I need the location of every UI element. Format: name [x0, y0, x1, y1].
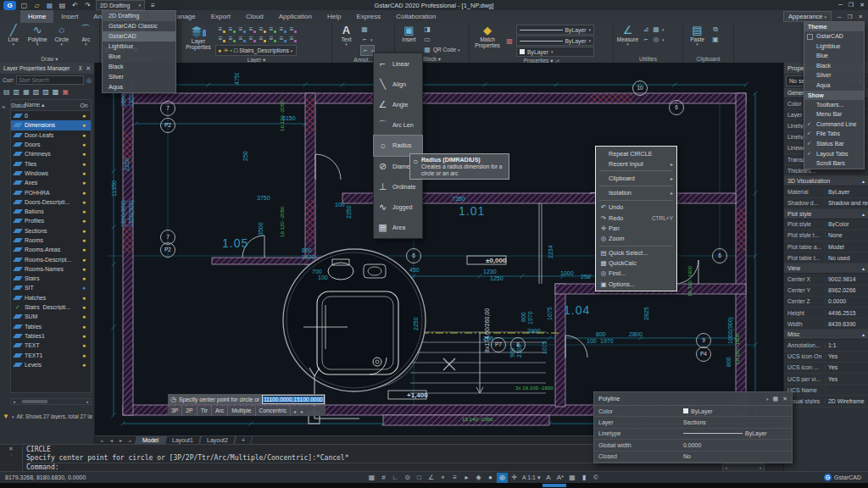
bulb-icon[interactable]: ●: [82, 304, 86, 310]
annotation-scale-chip[interactable]: A 1:1 ▾: [520, 474, 542, 481]
layer-row-hatches[interactable]: Hatches●: [11, 293, 91, 302]
layer-row-rooms-areas[interactable]: Rooms-Areas●: [11, 245, 91, 254]
layer-tool-icon[interactable]: ≡: [236, 34, 246, 43]
tab-application[interactable]: Application: [271, 10, 320, 23]
tab-cloud[interactable]: Cloud: [238, 10, 271, 23]
layer-row-text[interactable]: TEXT●: [11, 341, 91, 350]
dyn-option-multiple[interactable]: Multiple: [228, 406, 255, 416]
isolate-icon[interactable]: ●: [485, 473, 496, 483]
dyn-input-icon[interactable]: ⌖: [437, 473, 448, 483]
layer-tool-1-icon[interactable]: ▥: [14, 88, 20, 96]
id-point-icon[interactable]: ⌐: [642, 36, 650, 43]
close-icon[interactable]: ✕: [86, 65, 91, 72]
popup-row-linetype[interactable]: LinetypeByLayer: [594, 429, 792, 440]
cut-icon[interactable]: ⧉: [711, 25, 720, 34]
circle-button[interactable]: ○Circle▾: [51, 25, 73, 55]
layer-tool-icon[interactable]: ≡: [236, 25, 246, 34]
property-row-visual-styles[interactable]: Visual styles2D Wireframe: [784, 396, 868, 407]
layer-row-dimensions[interactable]: Dimensions●: [11, 120, 91, 130]
context-item-isolation[interactable]: Isolation▸: [596, 188, 676, 198]
layer-tool-icon[interactable]: ≡: [276, 25, 287, 34]
layer-row-door-leafs[interactable]: Door-Leafs●: [11, 130, 91, 140]
bulb-icon[interactable]: ●: [82, 295, 86, 301]
theme-item-silver[interactable]: Silver: [804, 70, 864, 80]
layout-tab-model[interactable]: Model: [135, 436, 166, 445]
workspace-item-silver[interactable]: Silver: [103, 72, 175, 82]
show-item-menu-bar[interactable]: Menu Bar: [804, 109, 864, 119]
line-button[interactable]: ╱Line▾: [3, 25, 25, 55]
save-icon[interactable]: ▦: [45, 2, 54, 9]
layer-row-axes[interactable]: Axes●: [11, 178, 91, 187]
ortho-icon[interactable]: ∟: [390, 473, 401, 483]
dim-menu-item-linear[interactable]: ⌐Linear: [374, 53, 422, 74]
theme-item-blue[interactable]: Blue: [804, 51, 864, 61]
snap-icon[interactable]: ▦: [366, 473, 377, 483]
clean-screen-icon[interactable]: ©: [590, 473, 601, 483]
close-icon[interactable]: ✕: [782, 396, 787, 402]
show-item-toolbars-[interactable]: Toolbars...: [804, 100, 864, 110]
theme-item-aqua[interactable]: Aqua: [804, 80, 864, 91]
bulb-icon[interactable]: ●: [82, 342, 86, 348]
colors-icon[interactable]: ▩: [505, 37, 514, 45]
theme-item-black[interactable]: Black: [804, 61, 864, 71]
bulb-icon[interactable]: ●: [82, 324, 86, 330]
property-row-height[interactable]: Height4496.2515: [784, 308, 868, 319]
column-header-name[interactable]: Name ▴: [25, 102, 77, 108]
property-row-ucs-name[interactable]: UCS Name: [784, 385, 868, 396]
dim-menu-item-area[interactable]: ▦Area: [374, 218, 422, 238]
area-icon[interactable]: ▦: [652, 25, 660, 33]
ui-icon[interactable]: ▮: [578, 473, 589, 483]
context-item-find-[interactable]: ◎Find...: [596, 269, 676, 279]
dyn-option-ttr[interactable]: Ttr: [198, 406, 212, 416]
prev-layout-icon[interactable]: ◂: [108, 437, 115, 443]
property-row-center-z[interactable]: Center Z0.0000: [784, 297, 868, 308]
redo-icon[interactable]: ↷: [83, 2, 92, 9]
property-row-plot-style[interactable]: Plot styleByColor: [784, 219, 868, 230]
context-item-options-[interactable]: ▣Options...: [596, 279, 676, 289]
layer-tool-icon[interactable]: ≡: [215, 34, 225, 43]
layer-tool-icon[interactable]: ≡: [246, 34, 256, 43]
workspace-item-2d-drafting[interactable]: 2D Drafting: [103, 11, 175, 21]
doc-minimize-button[interactable]: ─: [837, 14, 842, 19]
bulb-icon[interactable]: ●: [82, 161, 86, 167]
tab-insert[interactable]: Insert: [53, 10, 86, 23]
bulb-icon[interactable]: ●: [82, 170, 86, 176]
property-row-ucs-icon-[interactable]: UCS icon ...Yes: [784, 363, 868, 374]
layer-tool-icon[interactable]: ≡: [276, 34, 287, 43]
bulb-icon[interactable]: ●: [82, 333, 86, 339]
doc-restore-button[interactable]: ❐: [848, 14, 853, 20]
section-header-misc[interactable]: Misc▴: [784, 330, 868, 340]
dim-menu-item-jogged[interactable]: ∿Jogged: [374, 197, 422, 217]
layer-tool-icon[interactable]: ≡: [246, 25, 256, 34]
bulb-icon[interactable]: ●: [82, 151, 86, 157]
layer-row-tiles[interactable]: Tiles●: [11, 158, 91, 168]
search-icon[interactable]: ◎: [86, 77, 92, 84]
bulb-icon[interactable]: ●: [82, 208, 86, 214]
bulb-icon[interactable]: ●: [82, 122, 86, 128]
paste-button[interactable]: ▤ Paste ▾: [686, 25, 709, 55]
layer-row-ballons[interactable]: Ballons●: [11, 207, 91, 216]
dim-menu-item-align[interactable]: ╲Align: [374, 74, 422, 94]
layer-properties-button[interactable]: Layer Properties: [184, 25, 213, 56]
pin-icon[interactable]: ⊼: [78, 65, 82, 72]
show-item-status-bar[interactable]: Status Bar✓: [804, 139, 864, 149]
popup-row-closed[interactable]: ClosedNo: [594, 452, 792, 463]
show-item-command-line[interactable]: Command Line✓: [804, 119, 864, 130]
context-item-recent-input[interactable]: Recent Input▸: [596, 158, 676, 169]
layer-tool-6-icon[interactable]: ▣: [62, 88, 69, 96]
measure-button[interactable]: ∠ Measure ▾: [616, 25, 639, 55]
plot-icon[interactable]: ▤: [58, 2, 67, 9]
customize-icon[interactable]: ≡: [148, 2, 158, 9]
bulb-icon[interactable]: ●: [82, 180, 86, 186]
workspace-item-black[interactable]: Black: [103, 62, 175, 72]
new-file-icon[interactable]: ▢: [19, 2, 29, 9]
undo-icon[interactable]: ↶: [70, 2, 80, 9]
popup-row-layer[interactable]: LayerSections: [594, 417, 792, 428]
bulb-icon[interactable]: ●: [82, 313, 86, 319]
grid-icon[interactable]: #: [378, 473, 389, 483]
dyn-option-concentric[interactable]: Concentric: [256, 406, 292, 416]
layer-row-tables1[interactable]: Tables1●: [11, 331, 91, 341]
layer-row-rooms-descript-[interactable]: Rooms-Descript...●: [11, 254, 91, 263]
show-item-scroll-bars[interactable]: Scroll Bars: [804, 158, 864, 169]
layer-tool-icon[interactable]: ≡: [256, 25, 266, 34]
